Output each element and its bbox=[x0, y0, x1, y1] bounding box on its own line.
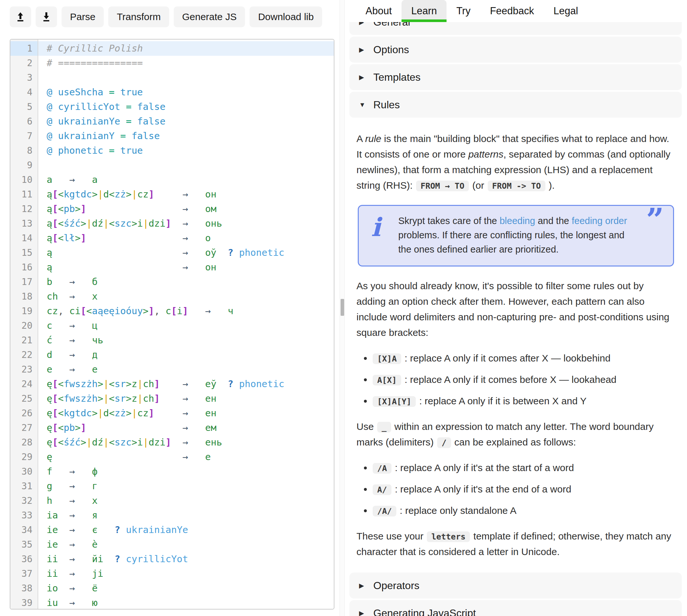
doc-text: Skrypt takes care of the bbox=[398, 216, 500, 226]
chevron-right-icon: ▶ bbox=[359, 609, 373, 616]
code-line: io → ё bbox=[38, 581, 334, 596]
inline-code: /A bbox=[373, 463, 391, 474]
transform-button[interactable]: Transform bbox=[108, 6, 169, 27]
line-number: 16 bbox=[10, 260, 38, 274]
line-number: 25 bbox=[10, 391, 38, 406]
accordion-section-label: Generating JavaScript bbox=[373, 607, 476, 616]
code-line: ą[<lł>] → о bbox=[38, 231, 334, 245]
line-number: 15 bbox=[10, 245, 38, 260]
accordion-section-label: Operators bbox=[373, 580, 419, 592]
line-number: 36 bbox=[10, 552, 38, 566]
doc-paragraph: As you should already know, it's possibl… bbox=[357, 278, 674, 340]
code-line: e → е bbox=[38, 362, 334, 377]
line-number: 24 bbox=[10, 377, 38, 391]
code-line: ą[<pb>] → ом bbox=[38, 202, 334, 216]
code-line: @ phonetic = true bbox=[38, 143, 334, 158]
doc-text: can be explained as follows: bbox=[452, 437, 576, 447]
doc-list-item: /A : replace A only if it's at the start… bbox=[372, 460, 674, 476]
doc-list-item: [X]A[Y] : replace A only if it is betwee… bbox=[372, 393, 674, 409]
code-line bbox=[38, 158, 334, 173]
editor-panel: ParseTransformGenerate JSDownload lib 12… bbox=[0, 0, 337, 616]
code-line: @ useShcha = true bbox=[38, 85, 334, 100]
code-line: a → a bbox=[38, 173, 334, 187]
doc-text: : replace A only if it comes after X — l… bbox=[402, 353, 611, 364]
doc-link[interactable]: bleeding bbox=[500, 216, 535, 226]
line-number: 37 bbox=[10, 566, 38, 581]
line-number: 38 bbox=[10, 581, 38, 596]
doc-paragraph: Use _ within an expression to match any … bbox=[357, 419, 674, 450]
doc-list: /A : replace A only if it's at the start… bbox=[359, 460, 674, 519]
inline-code: /A/ bbox=[373, 506, 396, 516]
info-box: i”Skrypt takes care of the bleeding and … bbox=[358, 205, 674, 266]
download-button[interactable] bbox=[36, 6, 57, 27]
line-number: 21 bbox=[10, 333, 38, 348]
scrollbar-thumb[interactable] bbox=[341, 299, 344, 316]
tab-feedback[interactable]: Feedback bbox=[480, 0, 544, 22]
chevron-right-icon: ▶ bbox=[359, 73, 373, 81]
line-number: 34 bbox=[10, 523, 38, 537]
code-line: b → б bbox=[38, 274, 334, 289]
line-number: 22 bbox=[10, 348, 38, 362]
accordion-section-generating-javascript[interactable]: ▶Generating JavaScript bbox=[349, 600, 682, 616]
line-number: 2 bbox=[10, 56, 38, 70]
code-editor-lines[interactable]: # Cyrillic Polish# ===============@ useS… bbox=[38, 40, 334, 609]
tab-learn[interactable]: Learn bbox=[402, 0, 446, 22]
doc-text: A bbox=[357, 133, 365, 144]
accordion-section-label: Rules bbox=[373, 99, 400, 111]
tab-try[interactable]: Try bbox=[446, 0, 480, 22]
doc-list-item: A[X] : replace A only if it comes before… bbox=[372, 372, 674, 388]
docs-scroll-area: ▶General▶Options▶Templates▼RulesA rule i… bbox=[346, 22, 687, 616]
doc-list-item: /A/ : replace only standalone A bbox=[372, 503, 674, 519]
line-number: 1 bbox=[10, 41, 38, 56]
accordion-section-options[interactable]: ▶Options bbox=[349, 37, 682, 63]
vertical-scrollbar[interactable] bbox=[340, 0, 345, 616]
tab-legal[interactable]: Legal bbox=[544, 0, 588, 22]
parse-button[interactable]: Parse bbox=[62, 6, 104, 27]
accordion-section-label: Options bbox=[373, 44, 409, 56]
line-number: 35 bbox=[10, 537, 38, 552]
line-number: 4 bbox=[10, 85, 38, 100]
line-number: 18 bbox=[10, 289, 38, 304]
tab-about[interactable]: About bbox=[356, 0, 402, 22]
inline-code: [X]A bbox=[373, 353, 401, 364]
line-number: 6 bbox=[10, 114, 38, 129]
doc-text: Use bbox=[357, 421, 376, 432]
doc-link[interactable]: feeding order bbox=[572, 216, 627, 226]
accordion-section-general[interactable]: ▶General bbox=[349, 22, 682, 35]
doc-text: : replace A only if it is between X and … bbox=[416, 396, 587, 406]
code-line: ą → оў ? phonetic bbox=[38, 245, 334, 260]
doc-text: : replace only standalone A bbox=[397, 505, 517, 516]
code-line: @ cyrillicYot = false bbox=[38, 100, 334, 114]
chevron-right-icon: ▶ bbox=[359, 581, 373, 589]
download-lib-button[interactable]: Download lib bbox=[250, 6, 322, 27]
accordion-section-rules[interactable]: ▼Rules bbox=[349, 92, 682, 118]
code-line: ę[<fwszżh>|<sr>z|ch] → еў ? phonetic bbox=[38, 377, 334, 391]
doc-text: These use your bbox=[357, 531, 426, 542]
line-number: 14 bbox=[10, 231, 38, 245]
doc-list-item: A/ : replace A only if it's at the end o… bbox=[372, 481, 674, 497]
accordion-section-operators[interactable]: ▶Operators bbox=[349, 573, 682, 598]
inline-code: letters bbox=[427, 531, 470, 542]
generate-js-button[interactable]: Generate JS bbox=[174, 6, 245, 27]
code-line: g → г bbox=[38, 479, 334, 493]
code-line: ę[<pb>] → ем bbox=[38, 420, 334, 435]
chevron-right-icon: ▶ bbox=[359, 22, 373, 26]
doc-text: and the bbox=[535, 216, 572, 226]
chevron-right-icon: ▶ bbox=[359, 46, 373, 53]
doc-text: : replace A only if it comes before X — … bbox=[402, 374, 616, 385]
line-number: 28 bbox=[10, 435, 38, 450]
doc-text: As you should already know, it's possibl… bbox=[357, 281, 669, 338]
code-line: ą[<kgtdc>|d<zż>|cz] → он bbox=[38, 187, 334, 202]
docs-panel: AboutLearnTryFeedbackLegal ▶General▶Opti… bbox=[346, 0, 687, 616]
upload-button[interactable] bbox=[10, 6, 31, 27]
inline-code: [X]A[Y] bbox=[373, 396, 416, 407]
doc-text: ). bbox=[546, 180, 555, 191]
code-line: ć → чь bbox=[38, 333, 334, 348]
line-number: 23 bbox=[10, 362, 38, 377]
rules-content: A rule is the main "building block" that… bbox=[349, 119, 682, 573]
line-number: 30 bbox=[10, 464, 38, 479]
code-line: ę[<śźć>|dź|<szc>i|dzi] → ень bbox=[38, 435, 334, 450]
accordion-section-templates[interactable]: ▶Templates bbox=[349, 64, 682, 90]
emphasis-text: rule bbox=[365, 133, 382, 144]
doc-paragraph: These use your letters template if defin… bbox=[357, 528, 674, 559]
